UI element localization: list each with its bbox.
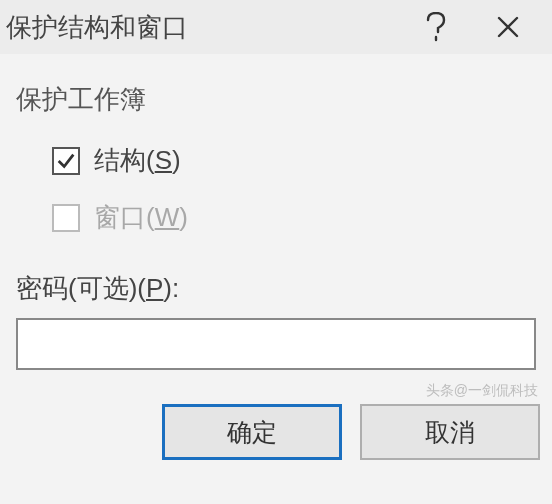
structure-checkbox-label: 结构(S)	[94, 143, 181, 178]
group-label: 保护工作簿	[16, 82, 536, 117]
ok-button[interactable]: 确定	[162, 404, 342, 460]
ok-button-label: 确定	[227, 416, 277, 449]
dialog-title: 保护结构和窗口	[6, 10, 400, 45]
window-checkbox-row: 窗口(W)	[52, 200, 536, 235]
window-checkbox	[52, 204, 80, 232]
cancel-button[interactable]: 取消	[360, 404, 540, 460]
button-row: 确定 取消	[0, 380, 552, 460]
check-icon	[55, 150, 77, 172]
structure-checkbox-row[interactable]: 结构(S)	[52, 143, 536, 178]
password-label: 密码(可选)(P):	[16, 271, 536, 306]
close-button[interactable]	[472, 0, 544, 54]
password-input[interactable]	[16, 318, 536, 370]
help-button[interactable]	[400, 0, 472, 54]
dialog-content: 保护工作簿 结构(S) 窗口(W) 密码(可选)(P):	[0, 54, 552, 380]
close-icon	[496, 15, 520, 39]
window-checkbox-label: 窗口(W)	[94, 200, 188, 235]
cancel-button-label: 取消	[425, 416, 475, 449]
title-bar: 保护结构和窗口	[0, 0, 552, 54]
help-icon	[426, 12, 446, 42]
structure-checkbox[interactable]	[52, 147, 80, 175]
